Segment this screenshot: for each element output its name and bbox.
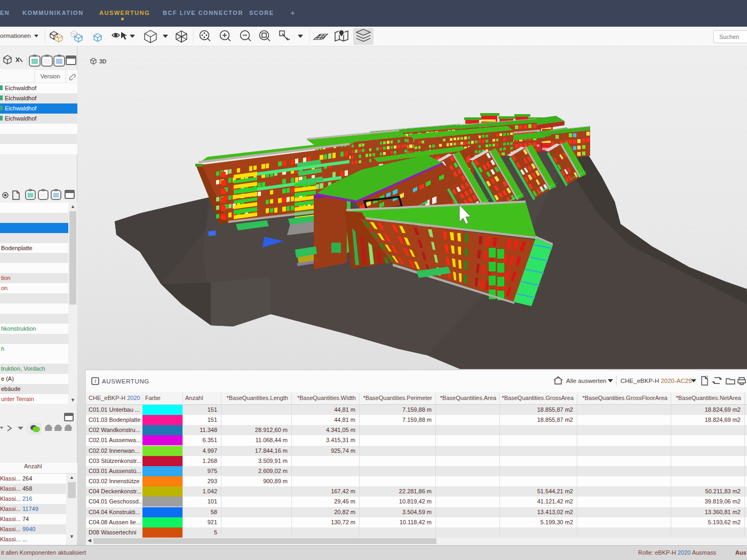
svg-text:CHE_eBKP-H 2020-AC25: CHE_eBKP-H 2020-AC25 xyxy=(621,378,692,384)
svg-text:3D: 3D xyxy=(99,58,107,65)
svg-text:i: i xyxy=(94,378,96,384)
svg-text:Alle auswerten: Alle auswerten xyxy=(566,378,606,384)
